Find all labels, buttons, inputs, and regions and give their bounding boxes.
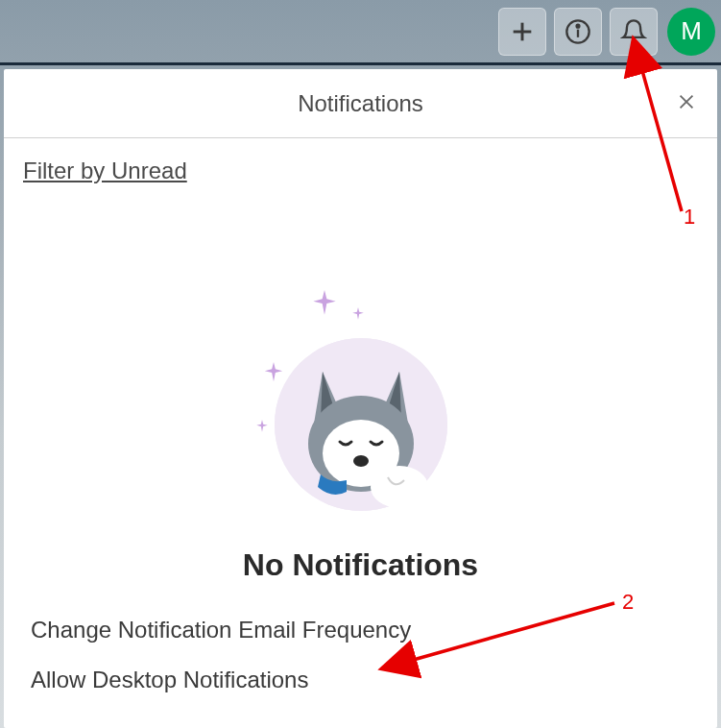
annotation-label-1: 1: [684, 205, 695, 230]
allow-desktop-notifications-link[interactable]: Allow Desktop Notifications: [31, 667, 690, 693]
svg-point-4: [577, 24, 580, 27]
top-toolbar: M: [0, 0, 721, 65]
close-button[interactable]: [673, 88, 700, 115]
empty-state: No Notifications: [4, 290, 717, 583]
sleeping-dog-icon: [275, 338, 447, 511]
annotation-label-2: 2: [622, 590, 634, 615]
close-icon: [676, 91, 697, 112]
notifications-panel: Notifications Filter by Unread: [4, 69, 717, 728]
filter-row: Filter by Unread: [4, 138, 717, 204]
add-button[interactable]: [498, 8, 546, 56]
plus-icon: [509, 18, 536, 45]
notifications-button[interactable]: [610, 8, 658, 56]
filter-unread-link[interactable]: Filter by Unread: [23, 158, 187, 183]
bell-icon: [620, 18, 647, 45]
mascot-illustration: [255, 290, 467, 521]
user-avatar[interactable]: M: [667, 8, 715, 56]
change-email-frequency-link[interactable]: Change Notification Email Frequency: [31, 617, 690, 643]
svg-point-10: [353, 455, 369, 467]
panel-title: Notifications: [298, 90, 423, 117]
empty-state-title: No Notifications: [243, 547, 478, 583]
info-icon: [565, 18, 591, 45]
svg-point-11: [371, 466, 428, 508]
panel-header: Notifications: [4, 69, 717, 138]
info-button[interactable]: [554, 8, 602, 56]
settings-links: Change Notification Email Frequency Allo…: [4, 583, 717, 693]
avatar-initial: M: [681, 16, 702, 46]
